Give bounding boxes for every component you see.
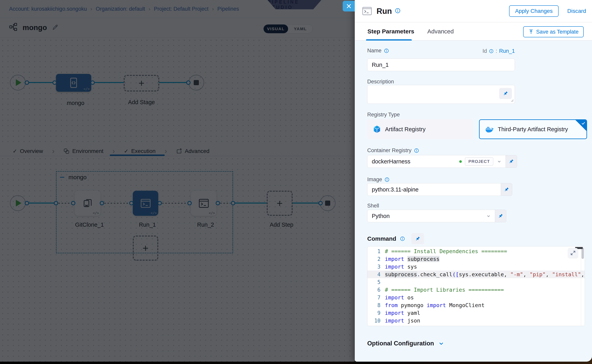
code-text: # ====== Import Libraries =========== xyxy=(385,287,504,293)
info-icon[interactable] xyxy=(384,177,390,182)
modal-dim-overlay xyxy=(0,0,355,362)
discard-button[interactable]: Discard xyxy=(567,8,586,14)
container-registry-field: dockerHarness PROJECT xyxy=(367,155,517,168)
line-number: 4 xyxy=(367,272,385,277)
pin-runtime-input-button[interactable] xyxy=(495,210,506,222)
container-registry-input[interactable]: dockerHarness PROJECT xyxy=(367,155,506,168)
code-line: 3import sys xyxy=(367,263,585,271)
line-number: 1 xyxy=(367,248,385,254)
shell-select[interactable]: Python xyxy=(367,210,495,222)
code-line: 1# ====== Install Dependencies ======== xyxy=(367,247,585,255)
code-text: subprocess.check_call([sys.executable, "… xyxy=(385,271,584,277)
container-registry-label: Container Registry xyxy=(367,147,419,154)
editor-scrollbar-track[interactable] xyxy=(581,247,581,326)
code-text: import subprocess xyxy=(385,256,439,262)
description-label: Description xyxy=(367,79,394,85)
line-number: 7 xyxy=(367,295,385,301)
resize-handle[interactable] xyxy=(511,99,514,103)
code-text: import json xyxy=(385,318,420,324)
code-line: 2import subprocess xyxy=(367,255,585,263)
code-text: # ====== Install Dependencies ======== xyxy=(385,248,507,254)
command-code-rows: 1# ====== Install Dependencies ========2… xyxy=(367,247,585,325)
line-number: 5 xyxy=(367,279,385,285)
pin-icon xyxy=(509,159,514,164)
pipeline-studio-screen: Account: kurosakiichigo.songoku›Organiza… xyxy=(0,0,592,364)
drawer-tab-bar: Step Parameters Advanced Save as Templat… xyxy=(355,22,592,40)
drawer-title: Run xyxy=(377,7,392,16)
apply-changes-button[interactable]: Apply Changes xyxy=(509,5,558,17)
step-config-drawer: Run Apply Changes Discard Step Parameter… xyxy=(355,0,592,362)
info-icon[interactable] xyxy=(395,8,401,14)
line-number: 10 xyxy=(367,318,385,324)
info-icon[interactable] xyxy=(400,236,405,241)
check-icon xyxy=(581,121,586,126)
pin-runtime-input-button[interactable] xyxy=(506,155,517,168)
pin-icon xyxy=(415,236,420,241)
registry-option-artifact[interactable]: Artifact Registry xyxy=(367,119,473,139)
save-template-icon xyxy=(528,29,534,35)
code-line: 4subprocess.check_call([sys.executable, … xyxy=(367,271,585,278)
expand-icon xyxy=(570,250,576,256)
scope-badge: PROJECT xyxy=(465,157,493,166)
code-text: import sys xyxy=(385,264,417,270)
docker-icon xyxy=(485,126,494,133)
save-as-template-button[interactable]: Save as Template xyxy=(523,26,584,37)
tab-advanced[interactable]: Advanced xyxy=(427,28,454,35)
chevron-down-icon[interactable] xyxy=(497,159,502,164)
pin-icon xyxy=(498,213,503,219)
info-icon[interactable] xyxy=(489,49,494,53)
command-header: Command xyxy=(367,233,424,244)
expand-editor-button[interactable] xyxy=(568,248,578,258)
image-field: python:3.11-alpine xyxy=(367,183,512,196)
connector-status-dot xyxy=(459,160,462,163)
editor-scrollbar-thumb[interactable] xyxy=(581,247,584,259)
pin-runtime-input-button[interactable] xyxy=(501,183,512,196)
pin-icon xyxy=(503,91,508,96)
code-line: 7import os xyxy=(367,294,585,301)
tab-step-parameters[interactable]: Step Parameters xyxy=(367,28,414,35)
close-icon xyxy=(346,3,352,9)
info-icon[interactable] xyxy=(384,48,389,53)
line-number: 8 xyxy=(367,302,385,308)
drawer-content: Name Id : Run_1 Run_1 Description xyxy=(355,40,592,362)
pin-icon xyxy=(504,187,509,192)
line-number: 2 xyxy=(367,256,385,262)
code-text: from pymongo import MongoClient xyxy=(385,302,484,308)
chevron-down-icon xyxy=(438,340,444,347)
code-line: 6# ====== Import Libraries =========== xyxy=(367,286,585,294)
drawer-header: Run Apply Changes Discard xyxy=(355,0,592,22)
shell-field: Python xyxy=(367,210,506,222)
step-id: Id : Run_1 xyxy=(482,48,515,54)
close-drawer-button[interactable] xyxy=(343,1,355,12)
shell-label: Shell xyxy=(367,203,379,209)
optional-configuration-toggle[interactable]: Optional Configuration xyxy=(367,340,444,347)
command-label: Command xyxy=(367,235,396,242)
code-line: 9import yaml xyxy=(367,309,585,317)
image-input[interactable]: python:3.11-alpine xyxy=(367,183,501,196)
pin-runtime-input-button[interactable] xyxy=(499,88,512,99)
line-number: 3 xyxy=(367,264,385,270)
code-line: 5 xyxy=(367,278,585,286)
command-code-editor[interactable]: 1# ====== Install Dependencies ========2… xyxy=(367,246,585,326)
registry-type-label: Registry Type xyxy=(367,112,400,118)
run-step-icon xyxy=(362,7,372,15)
name-label: Name xyxy=(367,48,389,54)
chevron-down-icon xyxy=(486,213,491,219)
code-line: 8from pymongo import MongoClient xyxy=(367,301,585,309)
image-label: Image xyxy=(367,176,390,182)
registry-option-third-party[interactable]: Third-Party Artifact Registry xyxy=(479,119,587,139)
code-text: import os xyxy=(385,294,414,301)
name-input[interactable]: Run_1 xyxy=(367,58,515,71)
step-id-value[interactable]: Run_1 xyxy=(499,48,515,54)
code-text: import yaml xyxy=(385,310,420,316)
pin-runtime-input-button[interactable] xyxy=(411,233,424,244)
line-number: 6 xyxy=(367,287,385,293)
info-icon[interactable] xyxy=(414,148,419,153)
artifact-registry-icon xyxy=(373,125,381,133)
line-number: 9 xyxy=(367,310,385,316)
code-line: 10import json xyxy=(367,317,585,325)
description-textarea[interactable] xyxy=(367,85,515,104)
